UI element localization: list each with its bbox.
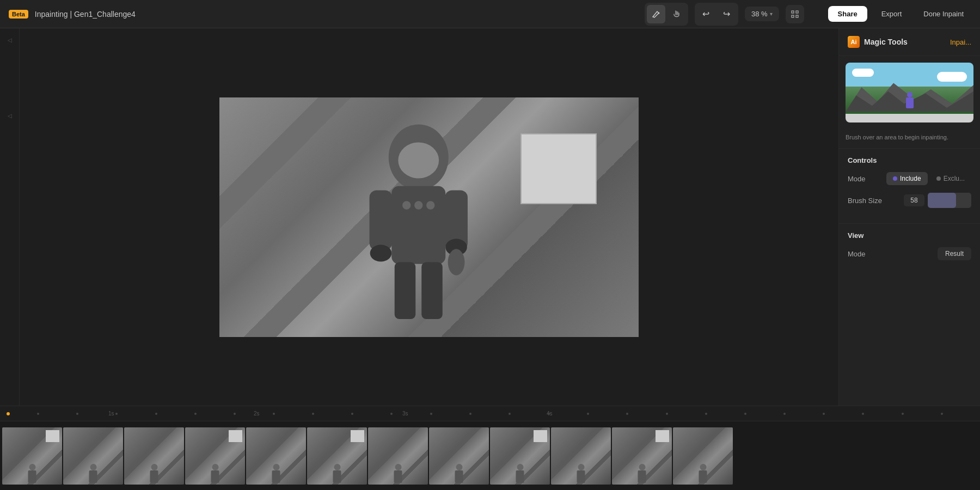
strip-marker-2: ◁ bbox=[8, 113, 12, 119]
controls-title: Controls bbox=[848, 156, 971, 164]
frame-thumb-1[interactable] bbox=[2, 427, 62, 485]
ai-icon-label: Ai bbox=[851, 39, 857, 45]
brush-size-group bbox=[904, 193, 971, 208]
hand-tool-button[interactable] bbox=[667, 5, 686, 23]
canvas-area[interactable] bbox=[20, 28, 838, 406]
timeline-ruler: 1s 2s 3s 4s bbox=[0, 406, 980, 421]
include-mode-button[interactable]: Include bbox=[886, 172, 928, 185]
thumbnail-cloud-right bbox=[937, 72, 967, 82]
include-dot-icon bbox=[893, 176, 897, 181]
frame-thumb-6[interactable] bbox=[307, 427, 367, 485]
redo-button[interactable]: ↪ bbox=[718, 5, 736, 23]
view-mode-button[interactable]: Result bbox=[938, 247, 971, 260]
main-content: ◁ ◁ bbox=[0, 28, 980, 406]
timeline-strip[interactable] bbox=[0, 421, 980, 490]
svg-point-14 bbox=[402, 201, 411, 209]
mode-label: Mode bbox=[848, 175, 866, 183]
svg-point-12 bbox=[370, 244, 392, 261]
svg-rect-2 bbox=[796, 11, 798, 13]
thumb-person-head bbox=[907, 92, 912, 97]
undo-button[interactable]: ↩ bbox=[697, 5, 715, 23]
frame-thumb-8[interactable] bbox=[429, 427, 489, 485]
view-title: View bbox=[848, 231, 971, 240]
brush-size-slider[interactable] bbox=[928, 193, 971, 208]
svg-rect-10 bbox=[395, 262, 416, 319]
exclude-label: Exclu... bbox=[944, 175, 965, 182]
app-title: Inpainting | Gen1_Challenge4 bbox=[35, 10, 136, 19]
frame-thumb-5[interactable] bbox=[246, 427, 306, 485]
frame-thumb-10[interactable] bbox=[551, 427, 611, 485]
brush-size-control-row: Brush Size bbox=[848, 193, 971, 208]
share-button[interactable]: Share bbox=[828, 6, 867, 22]
thumb-person-body bbox=[906, 97, 914, 108]
export-button[interactable]: Export bbox=[874, 6, 910, 22]
zoom-value: 38 % bbox=[751, 10, 768, 18]
panel-title: Magic Tools bbox=[864, 38, 908, 46]
left-strip: ◁ ◁ bbox=[0, 28, 20, 406]
frame-thumb-3[interactable] bbox=[124, 427, 184, 485]
frame-thumb-11[interactable] bbox=[612, 427, 672, 485]
panel-header: Ai Magic Tools Inpai... bbox=[839, 28, 980, 56]
controls-section: Controls Mode Include Exclu... Brush Siz… bbox=[839, 148, 980, 223]
exclude-mode-button[interactable]: Exclu... bbox=[930, 172, 971, 185]
frame-thumb-12[interactable] bbox=[673, 427, 733, 485]
done-inpaint-button[interactable]: Done Inpaint bbox=[916, 6, 971, 22]
svg-point-6 bbox=[398, 142, 439, 178]
mode-control-row: Mode Include Exclu... bbox=[848, 172, 971, 185]
svg-point-0 bbox=[658, 12, 659, 14]
frame-thumb-9[interactable] bbox=[490, 427, 550, 485]
svg-rect-1 bbox=[792, 11, 794, 13]
zoom-chevron-icon: ▾ bbox=[770, 11, 773, 17]
brush-size-input[interactable] bbox=[904, 194, 924, 206]
svg-point-16 bbox=[426, 201, 434, 209]
frame-thumb-7[interactable] bbox=[368, 427, 428, 485]
brush-size-label: Brush Size bbox=[848, 197, 882, 205]
svg-rect-7 bbox=[391, 186, 445, 264]
screen-sign bbox=[520, 133, 597, 204]
bottom-timeline: 1s 2s 3s 4s bbox=[0, 406, 980, 490]
include-label: Include bbox=[900, 175, 921, 182]
svg-point-15 bbox=[414, 201, 422, 209]
thumbnail-bg bbox=[846, 63, 973, 122]
svg-rect-4 bbox=[796, 15, 798, 17]
fit-button[interactable] bbox=[786, 5, 804, 23]
right-panel: Ai Magic Tools Inpai... bbox=[838, 28, 980, 406]
top-bar: Beta Inpainting | Gen1_Challenge4 ↩ ↪ 38… bbox=[0, 0, 980, 28]
frame-thumb-2[interactable] bbox=[63, 427, 123, 485]
thumbnail-cloud-left bbox=[852, 69, 874, 77]
brush-tool-button[interactable] bbox=[647, 5, 665, 23]
svg-point-17 bbox=[448, 249, 465, 275]
draw-tool-group bbox=[645, 3, 688, 26]
zoom-control[interactable]: 38 % ▾ bbox=[745, 7, 779, 21]
video-frame-inner bbox=[219, 97, 639, 337]
view-section: View Mode Result bbox=[839, 223, 980, 275]
svg-rect-8 bbox=[370, 190, 393, 250]
thumbnail-preview bbox=[846, 63, 973, 122]
svg-rect-3 bbox=[792, 15, 794, 17]
video-frame bbox=[219, 97, 639, 337]
beta-badge: Beta bbox=[9, 10, 28, 19]
svg-rect-11 bbox=[421, 262, 443, 319]
panel-tab[interactable]: Inpai... bbox=[950, 38, 971, 46]
exclude-dot-icon bbox=[936, 176, 941, 181]
ai-icon: Ai bbox=[848, 36, 860, 48]
astronaut-svg bbox=[303, 121, 534, 337]
thumbnail-person bbox=[905, 92, 914, 112]
strip-marker-1: ◁ bbox=[8, 37, 12, 43]
view-mode-row: Mode Result bbox=[848, 247, 971, 260]
hint-text: Brush over an area to begin inpainting. bbox=[839, 129, 980, 148]
brush-size-fill bbox=[928, 193, 956, 208]
undo-redo-group: ↩ ↪ bbox=[695, 3, 738, 26]
frame-thumb-4[interactable] bbox=[185, 427, 245, 485]
view-mode-label: Mode bbox=[848, 250, 866, 258]
mode-buttons: Include Exclu... bbox=[886, 172, 971, 185]
